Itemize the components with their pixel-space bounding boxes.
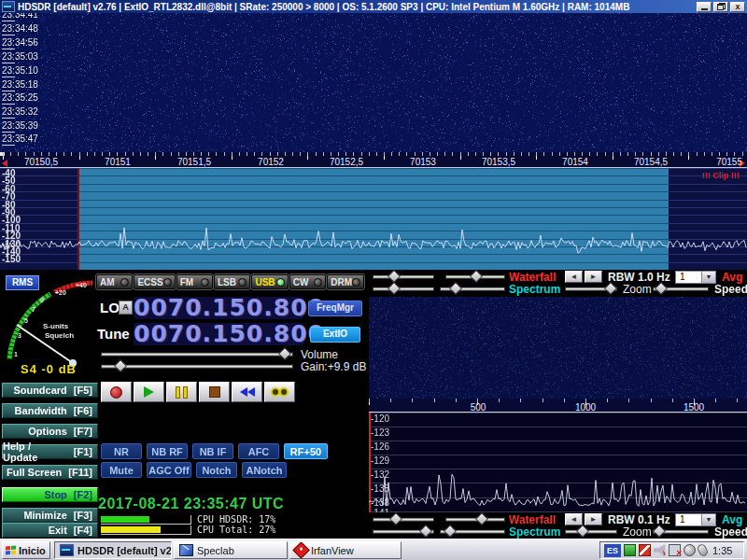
round-tray-icon[interactable] — [684, 544, 696, 556]
aux-db-label: -138 — [371, 498, 389, 507]
soundcard-button[interactable]: Soundcard[F5] — [2, 383, 98, 398]
aux-spec-max-slider[interactable] — [440, 526, 505, 535]
anotch-button[interactable]: ANotch — [242, 462, 287, 478]
rewind-button[interactable] — [232, 382, 262, 402]
aux-spec-min-slider[interactable] — [373, 526, 434, 535]
red-tray-icon[interactable] — [639, 544, 651, 556]
notch-button[interactable]: Notch — [196, 462, 237, 478]
aux-rbw-increase-button[interactable]: ► — [585, 513, 602, 525]
speed-slider[interactable] — [653, 284, 709, 292]
nr-button[interactable]: NR — [101, 443, 142, 459]
wf-brightness-slider[interactable] — [373, 272, 434, 280]
cpu-hdsdr-meter: CPU HDSDR: 17% — [101, 514, 275, 525]
mute-button[interactable]: Mute — [101, 462, 142, 478]
muted-speaker-icon[interactable]: × — [654, 544, 666, 556]
taskbar-irfanview[interactable]: IrfanView — [289, 541, 402, 559]
mouse-tray-icon[interactable] — [696, 543, 709, 558]
spectrum-tab[interactable]: Spectrum — [509, 283, 560, 296]
bandwidth-button[interactable]: Bandwidth[F6] — [2, 403, 98, 418]
cpu-total-bar — [101, 526, 161, 533]
rms-button[interactable]: RMS — [6, 275, 39, 290]
lo-auto-button[interactable]: A — [119, 301, 133, 315]
stop-button[interactable]: Stop[F2] — [2, 487, 98, 502]
play-button[interactable] — [134, 382, 164, 402]
mode-ecss[interactable]: ECSS — [134, 274, 175, 289]
dropdown-arrow-icon[interactable]: ▼ — [701, 514, 715, 525]
play-icon — [144, 386, 154, 398]
rf-plus-50-button[interactable]: RF+50 — [284, 443, 328, 459]
agc-off-button[interactable]: AGC Off — [147, 462, 191, 478]
minimize-button[interactable] — [697, 2, 712, 12]
aux-frequency-scale[interactable]: 500 1000 1500 — [369, 399, 747, 413]
stop-playback-button[interactable] — [199, 382, 230, 402]
volume-knob[interactable] — [278, 347, 291, 360]
afc-button[interactable]: AFC — [238, 443, 279, 459]
hdsdr-window: HDSDR [default] v2.76 | ExtIO_RTL2832.dl… — [0, 0, 747, 560]
zoom-label: Zoom — [623, 283, 652, 296]
aux-wf-brightness-slider[interactable] — [373, 514, 434, 523]
aux-wf-contrast-slider[interactable] — [445, 514, 505, 523]
hdsdr-task-icon — [60, 544, 74, 556]
nb-if-button[interactable]: NB IF — [192, 443, 233, 459]
main-spectrum[interactable]: -40 -50 -60 -70 -80 -90 -100 -110 -120 -… — [0, 168, 747, 270]
gain-knob[interactable] — [114, 359, 127, 372]
nb-rf-button[interactable]: NB RF — [147, 443, 188, 459]
aux-speed-slider[interactable] — [653, 526, 709, 535]
zoom-slider[interactable] — [565, 284, 617, 292]
mode-lsb[interactable]: LSB — [214, 274, 250, 289]
freqmgr-button[interactable]: FreqMgr — [308, 301, 362, 316]
volume-slider[interactable] — [101, 349, 293, 357]
taskbar-speclab[interactable]: Speclab — [174, 541, 288, 559]
aux-zoom-slider[interactable] — [565, 526, 617, 535]
wf-contrast-slider[interactable] — [445, 272, 505, 280]
rbw-decrease-button[interactable]: ◄ — [565, 271, 583, 283]
stop-icon — [209, 386, 220, 398]
lo-frequency-display[interactable]: 0070.150.800 — [134, 297, 303, 319]
mode-fm[interactable]: FM — [176, 274, 213, 289]
green-tray-icon[interactable] — [624, 544, 636, 556]
smeter-tick: +20 — [55, 289, 66, 296]
disconnected-device-icon[interactable]: × — [669, 544, 681, 556]
minimize-app-button[interactable]: Minimize[F3] — [2, 508, 98, 523]
spec-min-slider[interactable] — [373, 284, 434, 292]
aux-spectrum[interactable]: -120 -123 -126 -129 -132 -135 -138 -141 — [369, 413, 747, 512]
mode-am[interactable]: AM — [96, 274, 133, 289]
language-indicator[interactable]: ES — [604, 544, 621, 557]
windows-logo-icon — [6, 545, 16, 554]
extio-button[interactable]: ExtIO — [310, 327, 360, 343]
taskbar-hdsdr[interactable]: HDSDR [default] v2.... — [54, 541, 172, 559]
aux-avg-select[interactable]: 1 ▼ — [675, 513, 716, 526]
help-update-button[interactable]: Help / Update[F1] — [2, 444, 98, 459]
pause-button[interactable] — [166, 382, 197, 402]
exit-button[interactable]: Exit[F4] — [2, 523, 98, 538]
tray-clock[interactable]: 1:35 — [712, 545, 732, 556]
waterfall-tab[interactable]: Waterfall — [509, 271, 556, 284]
avg-select[interactable]: 1 ▼ — [675, 271, 716, 284]
restore-button[interactable] — [713, 2, 728, 12]
frequency-scale[interactable]: 70150,5 70151 70151,5 70152 70152,5 7015… — [0, 152, 747, 168]
freq-label: 70152,5 — [309, 157, 384, 167]
start-button[interactable]: Inicio — [2, 541, 50, 559]
title-bar[interactable]: HDSDR [default] v2.76 | ExtIO_RTL2832.dl… — [0, 0, 747, 13]
aux-spectrum-tab[interactable]: Spectrum — [509, 525, 560, 539]
loop-button[interactable] — [264, 382, 295, 402]
rbw-increase-button[interactable]: ► — [585, 271, 602, 283]
aux-rbw-decrease-button[interactable]: ◄ — [565, 513, 583, 525]
spec-max-slider[interactable] — [440, 284, 505, 292]
aux-waterfall-tab[interactable]: Waterfall — [509, 513, 556, 526]
gain-slider[interactable] — [101, 361, 293, 370]
close-button[interactable]: x — [730, 2, 745, 12]
freq-label: 70151 — [80, 157, 155, 167]
waterfall-timestamp: 23:35:47 — [2, 133, 38, 146]
loop-icon — [271, 387, 289, 397]
tune-frequency-display[interactable]: 0070.150.800 — [134, 323, 303, 345]
mode-cw[interactable]: CW — [289, 274, 326, 289]
record-button[interactable] — [101, 382, 132, 402]
mode-usb[interactable]: USB — [251, 274, 288, 289]
options-button[interactable]: Options[F7] — [2, 424, 98, 439]
fullscreen-button[interactable]: Full Screen[F11] — [2, 465, 98, 480]
dropdown-arrow-icon[interactable]: ▼ — [701, 272, 715, 283]
aux-waterfall[interactable] — [369, 297, 747, 399]
mode-drm[interactable]: DRM — [327, 274, 364, 289]
main-waterfall[interactable]: 23:34:41 23:34:48 23:34:56 23:35:03 23:3… — [0, 13, 747, 152]
